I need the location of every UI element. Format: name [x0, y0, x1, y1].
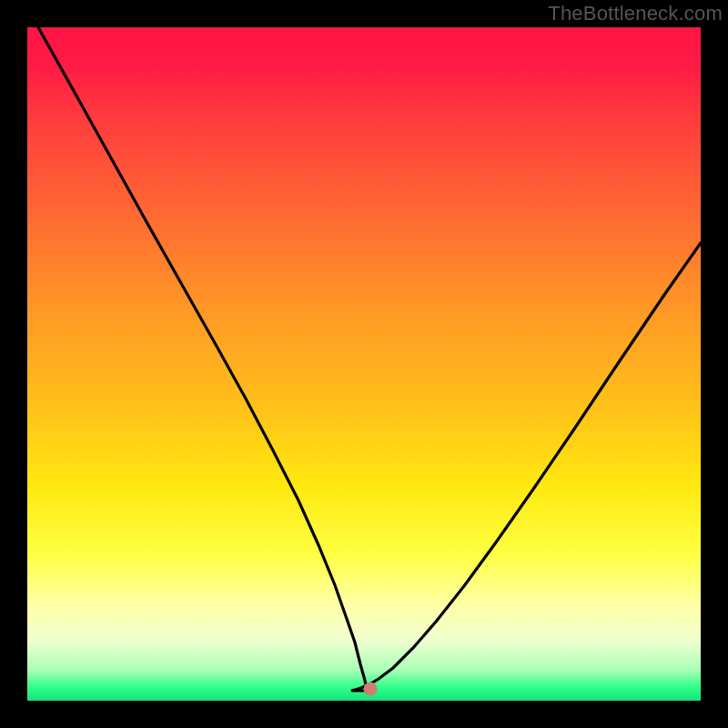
bottleneck-curve [27, 27, 701, 701]
plot-area [27, 27, 701, 701]
watermark-label: TheBottleneck.com [548, 2, 723, 25]
bottleneck-curve-path [38, 27, 701, 691]
chart-container: TheBottleneck.com [0, 0, 728, 728]
minimum-point-marker [363, 682, 377, 696]
